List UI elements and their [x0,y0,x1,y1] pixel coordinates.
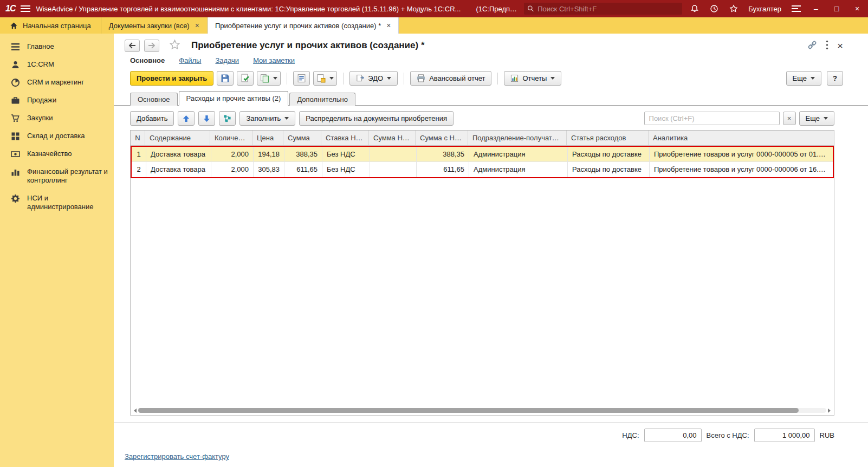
sidebar-item-warehouse[interactable]: Склад и доставка [0,127,114,145]
column-header-analytics[interactable]: Аналитика [649,131,834,145]
more-menu-dots-icon[interactable] [826,40,828,51]
sidebar-item-label: Главное [27,42,54,51]
totals-bar: НДС: Всего с НДС: RUB [114,422,868,448]
title-bar: 1С WiseAdvice / Управление торговлей и в… [0,0,868,17]
column-header-department[interactable]: Подразделение-получатель [468,131,567,145]
column-header-n[interactable]: N [131,131,145,145]
close-document-icon[interactable]: × [837,41,843,51]
global-search[interactable] [524,3,682,15]
column-header-vat-rate[interactable]: Ставка НДС [321,131,369,145]
current-user[interactable]: Бухгалтер [746,5,783,13]
cell-content: Доставка товара [146,162,211,177]
edo-button[interactable]: ЭДО [349,71,398,86]
post-document-button[interactable] [237,71,254,86]
sidebar-item-crm-marketing[interactable]: CRM и маркетинг [0,74,114,92]
home-icon [10,22,18,30]
navlink-tasks[interactable]: Задачи [215,56,239,64]
horizontal-scrollbar[interactable] [132,407,833,414]
table-header: N Содержание Количество Цена Сумма Ставк… [131,131,834,146]
document-structure-button[interactable] [293,71,310,86]
sidebar-item-1c-crm[interactable]: 1С:CRM [0,56,114,74]
sidebar-item-financial-result[interactable]: Финансовый результат и контроллинг [0,163,114,190]
favorite-star-icon[interactable] [169,39,180,52]
grand-total-label: Всего с НДС: [707,431,749,439]
navlink-main[interactable]: Основное [130,56,165,64]
cell-analytics: Приобретение товаров и услуг 0000-000005… [650,147,833,161]
sidebar-item-main[interactable]: Главное [0,38,114,56]
column-header-vat-sum[interactable]: Сумма НДС [369,131,416,145]
tab-purchase-documents[interactable]: Документы закупки (все) × [101,17,208,34]
register-invoice-link[interactable]: Зарегистрировать счет-фактуру [125,452,229,460]
sidebar-item-sales[interactable]: Продажи [0,92,114,109]
grand-total-field[interactable] [754,429,815,442]
tab-home[interactable]: Начальная страница [0,17,101,34]
dropdown-caret-icon [273,77,277,80]
reports-button[interactable]: Отчеты [504,71,561,86]
briefcase-icon [11,96,20,105]
sidebar-item-admin[interactable]: НСИ и администрирование [0,190,114,216]
1c-logo: 1С [5,4,15,14]
table-row[interactable]: 2 Доставка товара 2,000 305,83 611,65 Бе… [132,162,833,177]
window-title: WiseAdvice / Управление торговлей и взаи… [36,5,519,13]
notifications-bell-icon[interactable] [688,2,702,16]
tab-close-icon[interactable]: × [386,22,391,29]
column-header-expense-item[interactable]: Статья расходов [567,131,649,145]
navlink-files[interactable]: Файлы [179,56,201,64]
post-and-close-button[interactable]: Провести и закрыть [130,71,213,86]
column-header-sum-with-vat[interactable]: Сумма с НДС [416,131,468,145]
move-up-button[interactable] [178,111,195,126]
sidebar-item-treasury[interactable]: Казначейство [0,145,114,163]
vat-total-field[interactable] [644,429,702,442]
tab-expenses[interactable]: Расходы и прочие активы (2) [179,91,289,106]
advance-report-button[interactable]: Авансовый отчет [410,71,491,86]
move-down-button[interactable] [198,111,215,126]
clear-search-button[interactable]: × [783,112,796,125]
help-button[interactable]: ? [827,71,843,86]
tab-label: Приобретение услуг и прочих активов (соз… [215,22,381,30]
get-link-icon[interactable] [807,40,817,51]
table-more-button[interactable]: Еще [799,111,834,126]
tab-close-icon[interactable]: × [195,22,199,29]
back-button[interactable] [125,40,140,52]
sidebar-item-label: Финансовый результат и контроллинг [27,167,109,185]
create-based-on-button[interactable] [313,71,337,86]
hierarchy-button[interactable] [219,111,236,126]
vat-total-label: НДС: [622,431,639,439]
favorites-star-icon[interactable] [727,2,741,16]
tab-services-acquisition[interactable]: Приобретение услуг и прочих активов (соз… [208,17,399,34]
cell-vat-rate: Без НДС [322,162,370,177]
copy-button[interactable] [257,71,281,86]
tab-additional[interactable]: Дополнительно [289,93,355,106]
table-search-input[interactable] [644,112,780,125]
navlink-notes[interactable]: Мои заметки [253,56,295,64]
scrollbar-track[interactable] [138,408,826,413]
fill-button[interactable]: Заполнить [239,111,295,126]
banknote-icon [11,150,20,159]
main-menu-icon[interactable] [21,5,30,12]
column-header-qty[interactable]: Количество [210,131,252,145]
column-header-content[interactable]: Содержание [145,131,210,145]
column-header-price[interactable]: Цена [252,131,283,145]
column-header-sum[interactable]: Сумма [283,131,321,145]
person-icon [11,60,20,69]
distribute-button[interactable]: Распределить на документы приобретения [299,111,454,126]
sidebar-item-purchases[interactable]: Закупки [0,109,114,127]
document-nav-links: Основное Файлы Задачи Мои заметки [114,54,868,70]
scroll-right-icon[interactable] [828,408,831,413]
user-menu-icon[interactable] [789,2,803,16]
search-icon [527,5,534,12]
minimize-button[interactable]: – [808,2,824,16]
scroll-left-icon[interactable] [134,408,137,413]
global-search-input[interactable] [537,5,679,13]
close-window-button[interactable]: × [850,2,865,16]
forward-button[interactable] [144,40,159,52]
add-row-button[interactable]: Добавить [130,111,174,126]
scrollbar-thumb[interactable] [138,408,799,413]
more-button[interactable]: Еще [786,71,821,86]
tab-main[interactable]: Основное [130,93,178,106]
maximize-button[interactable]: □ [829,2,844,16]
separator [343,73,344,85]
save-button[interactable] [217,71,234,86]
table-row[interactable]: 1 Доставка товара 2,000 194,18 388,35 Бе… [132,147,833,162]
history-icon[interactable] [707,2,721,16]
